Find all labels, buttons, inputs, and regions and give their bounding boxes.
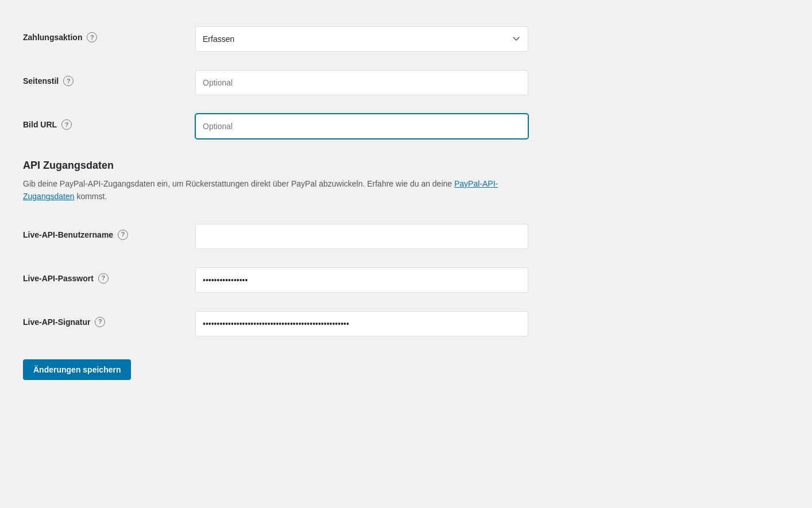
live-api-signatur-input[interactable] [195,311,528,336]
zahlungsaktion-row: Zahlungsaktion ? Erfassen Autorisieren [23,17,789,61]
save-button-wrapper: Änderungen speichern [23,346,789,380]
zahlungsaktion-label-cell: Zahlungsaktion ? [23,26,195,42]
api-section-heading: API Zugangsdaten [23,160,789,172]
zahlungsaktion-select[interactable]: Erfassen Autorisieren [195,26,528,52]
api-heading-text: API Zugangsdaten [23,160,789,172]
live-api-passwort-row: Live-API-Passwort ? [23,258,789,302]
save-button[interactable]: Änderungen speichern [23,359,131,380]
live-api-passwort-input-cell [195,267,789,293]
zahlungsaktion-label: Zahlungsaktion [23,33,82,42]
live-api-benutzername-label: Live-API-Benutzername [23,230,113,239]
seitenstil-input[interactable] [195,70,528,95]
bild-url-row: Bild URL ? [23,104,789,148]
bild-url-label: Bild URL [23,120,57,129]
bild-url-label-cell: Bild URL ? [23,114,195,130]
live-api-passwort-input[interactable] [195,267,528,293]
bild-url-help-icon[interactable]: ? [61,119,72,130]
zahlungsaktion-input-cell: Erfassen Autorisieren [195,26,789,52]
live-api-benutzername-input-cell [195,224,789,249]
api-description-pre: Gib deine PayPal-API-Zugangsdaten ein, u… [23,179,454,188]
zahlungsaktion-select-wrapper: Erfassen Autorisieren [195,26,528,52]
api-section-description: Gib deine PayPal-API-Zugangsdaten ein, u… [23,177,540,203]
live-api-benutzername-help-icon[interactable]: ? [118,230,128,240]
live-api-signatur-label: Live-API-Signatur [23,317,90,327]
live-api-passwort-label-cell: Live-API-Passwort ? [23,267,195,284]
live-api-signatur-label-cell: Live-API-Signatur ? [23,311,195,327]
api-description-post: kommst. [75,192,107,201]
zahlungsaktion-help-icon[interactable]: ? [87,32,97,42]
live-api-signatur-row: Live-API-Signatur ? [23,302,789,346]
seitenstil-row: Seitenstil ? [23,61,789,104]
seitenstil-label-cell: Seitenstil ? [23,70,195,86]
seitenstil-label: Seitenstil [23,76,59,86]
live-api-passwort-help-icon[interactable]: ? [98,273,109,284]
live-api-signatur-input-cell [195,311,789,336]
seitenstil-input-cell [195,70,789,95]
live-api-benutzername-row: Live-API-Benutzername ? [23,215,789,258]
live-api-benutzername-input[interactable] [195,224,528,249]
live-api-passwort-label: Live-API-Passwort [23,274,94,283]
seitenstil-help-icon[interactable]: ? [63,76,74,86]
live-api-benutzername-label-cell: Live-API-Benutzername ? [23,224,195,240]
bild-url-input[interactable] [195,114,528,139]
live-api-signatur-help-icon[interactable]: ? [95,317,105,327]
bild-url-input-cell [195,114,789,139]
